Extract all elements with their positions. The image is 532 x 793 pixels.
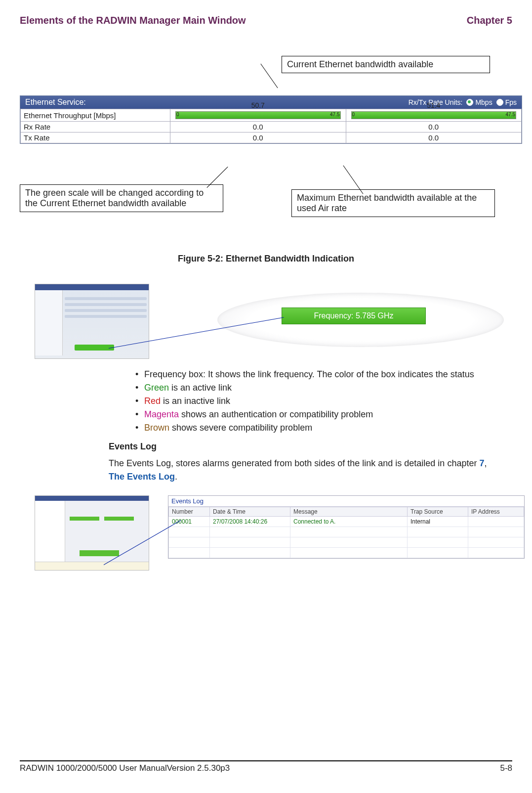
- throughput-b-value: 51.4: [349, 101, 519, 109]
- col-trap-source[interactable]: Trap Source: [408, 507, 468, 517]
- events-log-heading: Events Log: [109, 441, 512, 452]
- header-right: Chapter 5: [467, 15, 512, 26]
- row-tx-label: Tx Rate: [21, 132, 170, 143]
- app-thumbnail: [35, 284, 149, 359]
- col-number[interactable]: Number: [169, 507, 210, 517]
- table-row: [169, 527, 524, 537]
- row-rx-label: Rx Rate: [21, 122, 170, 132]
- bullet-brown: Brown shows severe compatibility problem: [144, 421, 512, 435]
- figure-caption-5-2: Figure 5-2: Ethernet Bandwidth Indicatio…: [20, 254, 512, 264]
- callout-top: Current Ethernet bandwidth available: [282, 56, 490, 73]
- callout-bottom-left: The green scale will be changed accordin…: [20, 184, 223, 212]
- figure-events-log: Events Log Number Date & Time Message Tr…: [20, 495, 512, 584]
- row-throughput-label: Ethernet Throughput [Mbps]: [21, 109, 170, 122]
- tx-b: 0.0: [346, 132, 522, 143]
- bullet-magenta: Magenta shows an authentication or compa…: [144, 408, 512, 421]
- throughput-a-value: 50.7: [173, 101, 343, 109]
- table-row: [169, 548, 524, 558]
- events-log-panel: Events Log Number Date & Time Message Tr…: [168, 495, 525, 559]
- app-thumbnail-2: [35, 495, 149, 571]
- col-message[interactable]: Message: [290, 507, 408, 517]
- table-row[interactable]: 000001 27/07/2008 14:40:26 Connected to …: [169, 517, 524, 527]
- tx-a: 0.0: [170, 132, 346, 143]
- footer-page: 5-8: [500, 763, 512, 773]
- bullet-red: Red is an inactive link: [144, 395, 512, 408]
- panel-title: Ethernet Service:: [25, 98, 86, 107]
- figure-ethernet-bandwidth: Current Ethernet bandwidth available Eth…: [20, 56, 512, 244]
- frequency-box: Frequency: 5.785 GHz: [282, 308, 426, 324]
- col-ip[interactable]: IP Address: [468, 507, 524, 517]
- events-log-panel-title: Events Log: [168, 496, 524, 507]
- callout-bottom-right: Maximum Ethernet bandwidth available at …: [291, 189, 495, 217]
- table-row: [169, 537, 524, 548]
- header-left: Elements of the RADWIN Manager Main Wind…: [20, 15, 246, 26]
- rx-a: 0.0: [170, 122, 346, 132]
- col-datetime[interactable]: Date & Time: [210, 507, 290, 517]
- footer-left: RADWIN 1000/2000/5000 User ManualVersion…: [20, 763, 230, 773]
- ethernet-service-panel: Ethernet Service: Rx/Tx Rate Units: Mbps…: [20, 95, 522, 144]
- chapter-number-link[interactable]: 7: [479, 458, 484, 468]
- figure-frequency: Frequency: 5.785 GHz: [20, 284, 512, 363]
- events-log-link[interactable]: The Events Log: [109, 472, 175, 482]
- events-log-paragraph: The Events Log, stores alarms generated …: [109, 457, 492, 484]
- rx-b: 0.0: [346, 122, 522, 132]
- bullet-intro: Frequency box: It shows the link frequen…: [144, 368, 512, 381]
- bullet-green: Green is an active link: [144, 381, 512, 395]
